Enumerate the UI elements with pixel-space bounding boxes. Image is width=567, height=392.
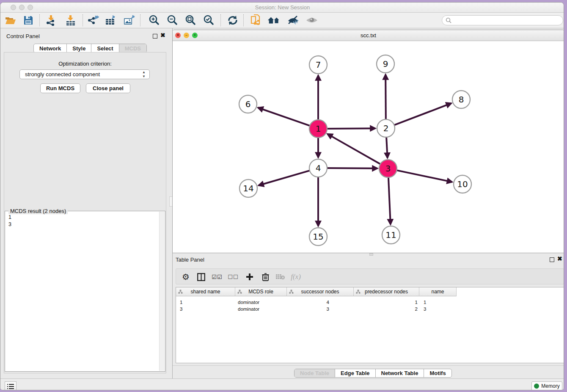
- cell-predecessor-nodes: 1: [354, 299, 419, 306]
- table-panel-divider: [173, 365, 564, 366]
- main-toolbar: [0, 13, 564, 28]
- table-header-row: shared name MCDS role successor nodes pr…: [176, 287, 457, 296]
- column-label: shared name: [190, 289, 220, 295]
- chevron-up-down-icon: ▲▼: [142, 70, 146, 79]
- graph-edge-2-8[interactable]: [394, 103, 451, 125]
- close-panel-button[interactable]: Close panel: [86, 83, 130, 93]
- horizontal-splitter-handle[interactable]: [369, 253, 373, 256]
- hide-selected-eye-icon[interactable]: [286, 14, 300, 27]
- toolbar-separator: [39, 14, 40, 26]
- memory-label: Memory: [541, 383, 559, 389]
- table-toolbar: ⚙ ☑☑ ☐☐ f(x): [176, 268, 564, 284]
- column-header-predecessor-nodes[interactable]: predecessor nodes: [354, 287, 419, 296]
- zoom-out-icon[interactable]: [165, 14, 179, 27]
- control-panel-float-icon[interactable]: [153, 34, 157, 39]
- graph-node-4[interactable]: 4: [309, 159, 327, 177]
- search-input[interactable]: [454, 17, 560, 24]
- graph-node-label: 15: [313, 232, 323, 242]
- graph-edge-1-2[interactable]: [326, 128, 375, 129]
- graph-node-label: 4: [316, 163, 321, 173]
- save-session-icon[interactable]: [22, 14, 35, 27]
- desktop-background: Session: New Session: [0, 0, 567, 392]
- column-label: successor nodes: [301, 289, 339, 295]
- toolbar-separator: [140, 14, 140, 26]
- export-table-icon[interactable]: [105, 14, 118, 27]
- tab-network[interactable]: Network: [34, 44, 66, 52]
- graph-edge-1-6[interactable]: [258, 108, 311, 126]
- memory-button[interactable]: Memory: [531, 381, 562, 390]
- import-table-icon[interactable]: [64, 14, 77, 27]
- import-network-icon[interactable]: [44, 14, 58, 27]
- optimization-criterion-value: strongly connected component: [25, 71, 100, 77]
- graph-edge-3-1[interactable]: [328, 134, 381, 164]
- select-all-checkboxes-icon[interactable]: ☑☑: [211, 271, 223, 283]
- split-view-icon[interactable]: [195, 271, 207, 283]
- graph-node-label: 11: [385, 230, 396, 240]
- cell-name: 1: [419, 299, 457, 306]
- tab-select[interactable]: Select: [91, 44, 118, 52]
- graph-node-3[interactable]: 3: [379, 160, 397, 177]
- tab-mcds[interactable]: MCDS: [119, 44, 146, 52]
- refresh-icon[interactable]: [226, 14, 239, 27]
- export-image-icon[interactable]: [123, 14, 136, 27]
- graph-node-8[interactable]: 8: [452, 91, 470, 108]
- graph-edge-2-9[interactable]: [385, 75, 386, 120]
- optimization-criterion-select[interactable]: strongly connected component ▲▼: [19, 69, 150, 79]
- graph-node-11[interactable]: 11: [382, 226, 400, 244]
- cell-mcds-role: dominator: [235, 306, 287, 312]
- graph-node-9[interactable]: 9: [377, 55, 394, 73]
- add-column-icon[interactable]: [243, 271, 256, 283]
- network-graph[interactable]: 1234678910111415: [173, 41, 564, 253]
- graph-node-15[interactable]: 15: [309, 228, 327, 246]
- column-type-icon: [178, 290, 183, 294]
- tab-node-table[interactable]: Node Table: [295, 369, 335, 377]
- cell-shared-name: 1: [176, 299, 235, 306]
- control-panel-close-icon[interactable]: ✖: [160, 33, 165, 38]
- first-neighbors-icon[interactable]: [249, 14, 263, 27]
- tab-edge-table[interactable]: Edge Table: [335, 369, 375, 377]
- tab-network-table[interactable]: Network Table: [375, 369, 424, 377]
- graph-node-7[interactable]: 7: [309, 56, 327, 74]
- graph-node-10[interactable]: 10: [454, 175, 471, 193]
- graph-edge-3-11[interactable]: [388, 177, 391, 224]
- graph-node-6[interactable]: 6: [239, 95, 257, 113]
- column-label: predecessor nodes: [365, 289, 408, 295]
- table-panel-close-icon[interactable]: ✖: [557, 257, 562, 261]
- search-field[interactable]: [442, 15, 563, 25]
- column-header-successor-nodes[interactable]: successor nodes: [287, 287, 354, 296]
- zoom-in-icon[interactable]: [147, 14, 161, 27]
- run-mcds-button[interactable]: Run MCDS: [40, 83, 80, 93]
- graph-node-1[interactable]: 1: [309, 120, 327, 138]
- graph-edge-4-3[interactable]: [326, 168, 377, 168]
- task-history-button[interactable]: [5, 381, 17, 390]
- function-builder-icon[interactable]: f(x): [289, 271, 302, 283]
- show-all-eye-icon[interactable]: [305, 14, 319, 27]
- graph-edge-3-10[interactable]: [396, 170, 452, 182]
- delete-column-trash-icon[interactable]: [259, 271, 272, 283]
- deselect-checkboxes-icon[interactable]: ☐☐: [227, 271, 239, 283]
- table-row[interactable]: 1 dominator 4 1 1: [176, 299, 457, 306]
- zoom-fit-icon[interactable]: [184, 14, 197, 27]
- list-icon: [7, 384, 14, 389]
- graph-node-label: 9: [383, 59, 388, 69]
- graph-node-label: 3: [385, 163, 391, 174]
- graph-node-14[interactable]: 14: [239, 179, 257, 197]
- home-layout-icon[interactable]: [267, 14, 281, 27]
- tab-motifs[interactable]: Motifs: [424, 369, 451, 377]
- result-scrollbar[interactable]: [159, 212, 165, 371]
- column-header-mcds-role[interactable]: MCDS role: [235, 287, 287, 296]
- table-row[interactable]: 3 dominator 3 2 3: [176, 306, 457, 312]
- delete-table-icon[interactable]: [274, 271, 287, 283]
- graph-edge-2-3[interactable]: [386, 136, 388, 158]
- graph-node-2[interactable]: 2: [377, 119, 395, 137]
- zoom-selected-icon[interactable]: [202, 14, 215, 27]
- table-panel-float-icon[interactable]: [550, 257, 554, 262]
- export-network-icon[interactable]: [86, 14, 100, 27]
- column-label: MCDS role: [248, 289, 273, 295]
- settings-gear-icon[interactable]: ⚙: [179, 271, 192, 283]
- graph-edge-4-14[interactable]: [259, 170, 311, 185]
- column-header-name[interactable]: name: [419, 287, 457, 296]
- column-header-shared-name[interactable]: shared name: [176, 287, 235, 296]
- open-session-icon[interactable]: [4, 14, 17, 27]
- tab-style[interactable]: Style: [66, 44, 91, 52]
